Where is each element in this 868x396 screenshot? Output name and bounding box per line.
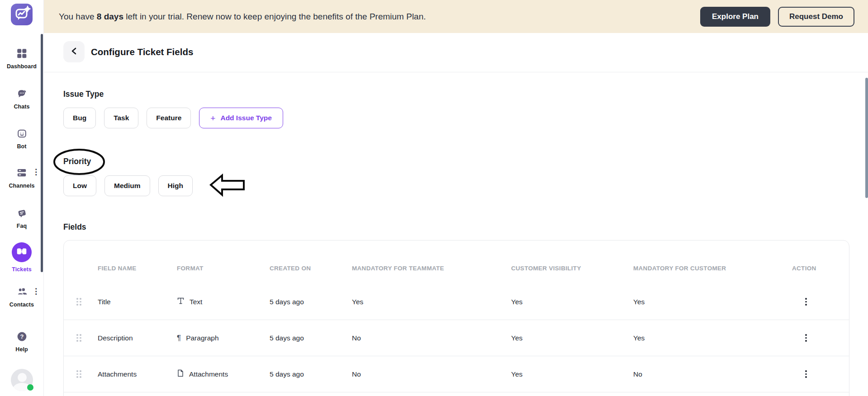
ticket-icon — [16, 245, 28, 259]
request-demo-button[interactable]: Request Demo — [778, 7, 854, 27]
created-on-cell: 5 days ago — [270, 298, 352, 306]
column-mandatory-customer: MANDATORY FOR CUSTOMER — [633, 265, 792, 272]
sidebar-label-faq: Faq — [0, 223, 43, 229]
text-format-icon — [177, 297, 185, 306]
header-divider — [44, 72, 868, 72]
paragraph-format-icon: ¶ — [177, 334, 181, 342]
issue-type-chip-row: Bug Task Feature + Add Issue Type — [63, 108, 283, 128]
page-scrollbar[interactable] — [865, 78, 868, 198]
priority-chip-low[interactable]: Low — [63, 175, 96, 196]
screen: Dashboard Chats — [0, 0, 868, 396]
online-status-dot — [27, 384, 33, 391]
column-customer-visibility: CUSTOMER VISIBILITY — [511, 265, 633, 272]
faq-card-icon — [0, 207, 43, 219]
mandatory-teammate-cell: Yes — [352, 298, 511, 306]
issue-type-chip-bug[interactable]: Bug — [63, 108, 96, 128]
priority-chip-medium[interactable]: Medium — [104, 175, 150, 196]
table-row-attachments: Attachments Attachments 5 days ago No Ye… — [64, 356, 849, 392]
user-avatar[interactable] — [11, 369, 33, 391]
chat-bubbles-icon — [0, 88, 43, 99]
sidebar-label-channels: Channels — [0, 183, 43, 189]
channels-kebab-menu-icon[interactable]: ⋮ — [32, 168, 38, 176]
field-name-cell: Title — [98, 298, 177, 306]
sidebar-item-dashboard[interactable]: Dashboard — [0, 47, 43, 70]
column-action: ACTION — [792, 265, 849, 272]
app-logo[interactable] — [11, 4, 33, 25]
table-row-title: Title Text 5 days ago Yes Yes Yes — [64, 284, 849, 320]
add-issue-type-button[interactable]: + Add Issue Type — [199, 108, 283, 128]
field-name-cell: Description — [98, 334, 177, 342]
sidebar-item-bot[interactable]: Bot — [0, 127, 43, 150]
format-cell: Paragraph — [186, 334, 218, 342]
priority-chip-row: Low Medium High — [63, 175, 193, 196]
sidebar-scrollbar[interactable] — [41, 34, 43, 272]
fields-table: FIELD NAME FORMAT CREATED ON MANDATORY F… — [63, 240, 849, 396]
plus-icon: + — [210, 114, 215, 123]
fields-heading: Fields — [63, 222, 86, 232]
drag-handle-icon[interactable] — [76, 370, 81, 378]
customer-visibility-cell: Yes — [511, 334, 633, 342]
customer-visibility-cell: Yes — [511, 370, 633, 378]
mandatory-teammate-cell: No — [352, 370, 511, 378]
sidebar-label-chats: Chats — [0, 104, 43, 110]
trial-banner-text: You have 8 days left in your trial. Rene… — [59, 12, 426, 22]
sidebar-label-help: Help — [0, 346, 43, 353]
column-format: FORMAT — [177, 265, 270, 272]
format-cell: Attachments — [189, 370, 228, 378]
svg-text:?: ? — [20, 333, 24, 340]
document-format-icon — [177, 369, 184, 379]
sidebar-item-faq[interactable]: Faq — [0, 207, 43, 229]
issue-type-chip-task[interactable]: Task — [104, 108, 138, 128]
logo-chat-sparkle-icon — [11, 3, 33, 26]
sidebar: Dashboard Chats — [0, 0, 44, 396]
priority-heading: Priority — [63, 157, 91, 166]
field-name-cell: Attachments — [98, 370, 177, 378]
sidebar-label-contacts: Contacts — [0, 302, 43, 308]
days-left: 8 days — [97, 12, 123, 21]
row-actions-kebab-icon[interactable] — [802, 332, 810, 344]
mandatory-customer-cell: Yes — [633, 334, 792, 342]
sidebar-label-dashboard: Dashboard — [0, 63, 43, 70]
back-chevron-icon — [71, 47, 77, 57]
mandatory-teammate-cell: No — [352, 334, 511, 342]
table-row-description: Description ¶ Paragraph 5 days ago No Ye… — [64, 320, 849, 356]
priority-chip-high[interactable]: High — [158, 175, 193, 196]
sidebar-label-tickets: Tickets — [0, 266, 43, 273]
column-created-on: CREATED ON — [270, 265, 352, 272]
table-header-row: FIELD NAME FORMAT CREATED ON MANDATORY F… — [64, 240, 849, 284]
drag-handle-icon[interactable] — [76, 334, 81, 342]
column-field-name: FIELD NAME — [98, 265, 177, 272]
created-on-cell: 5 days ago — [270, 370, 352, 378]
contacts-kebab-menu-icon[interactable]: ⋮ — [32, 288, 38, 295]
drag-handle-icon[interactable] — [76, 298, 81, 306]
page-title: Configure Ticket Fields — [91, 47, 193, 57]
sidebar-item-help[interactable]: ? Help — [0, 330, 43, 353]
created-on-cell: 5 days ago — [270, 334, 352, 342]
mandatory-customer-cell: Yes — [633, 298, 792, 306]
sidebar-item-tickets[interactable]: Tickets — [0, 242, 43, 273]
customer-visibility-cell: Yes — [511, 298, 633, 306]
bot-face-icon — [0, 127, 43, 139]
arrow-annotation — [209, 173, 246, 197]
row-actions-kebab-icon[interactable] — [802, 296, 810, 307]
sidebar-item-chats[interactable]: Chats — [0, 88, 43, 110]
help-question-icon: ? — [0, 330, 43, 342]
sidebar-label-bot: Bot — [0, 143, 43, 150]
dashboard-grid-icon — [0, 47, 43, 59]
mandatory-customer-cell: No — [633, 370, 792, 378]
tickets-active-circle — [12, 242, 32, 262]
issue-type-heading: Issue Type — [63, 90, 104, 99]
explore-plan-button[interactable]: Explore Plan — [700, 7, 770, 27]
row-actions-kebab-icon[interactable] — [802, 368, 810, 380]
format-cell: Text — [190, 298, 202, 306]
issue-type-chip-feature[interactable]: Feature — [147, 108, 191, 128]
column-mandatory-teammate: MANDATORY FOR TEAMMATE — [352, 265, 511, 272]
trial-banner: You have 8 days left in your trial. Rene… — [44, 0, 868, 33]
back-button[interactable] — [63, 41, 85, 62]
